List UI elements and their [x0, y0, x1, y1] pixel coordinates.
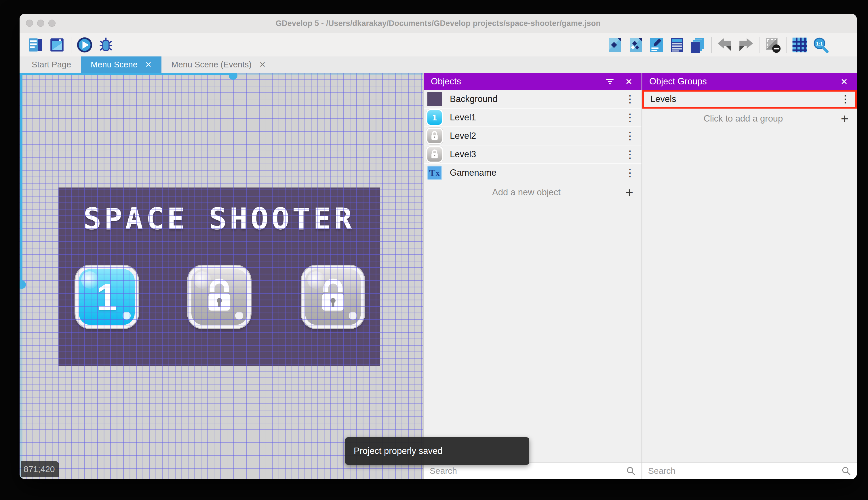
layers-icon[interactable]: [689, 36, 706, 54]
background-swatch-icon: [427, 92, 442, 106]
add-group-label: Click to add a group: [648, 113, 838, 124]
toolbar-separator: [711, 37, 712, 53]
objects-search-input[interactable]: [430, 466, 626, 476]
horizontal-scrollbar[interactable]: [20, 73, 233, 75]
gdevelop-window: GDevelop 5 - /Users/dkarakay/Documents/G…: [20, 14, 857, 479]
group-name: Levels: [650, 94, 840, 104]
tab-menu-scene-events[interactable]: Menu Scene (Events) ✕: [162, 56, 275, 73]
vertical-scrollbar-thumb[interactable]: [20, 280, 26, 289]
object-menu-icon[interactable]: ⋮: [624, 93, 636, 105]
grid-icon[interactable]: [791, 36, 808, 54]
toolbar-right-group: 1:1: [606, 36, 829, 54]
close-panel-icon[interactable]: ✕: [838, 76, 850, 87]
object-groups-panel-header: Object Groups ✕: [642, 73, 857, 90]
project-manager-icon[interactable]: [27, 36, 44, 54]
object-name: Background: [450, 94, 624, 104]
objects-editor-icon[interactable]: [606, 36, 624, 54]
main-content: SPACE SHOOTER 1: [20, 73, 857, 479]
zoom-window-button[interactable]: [48, 20, 56, 27]
toolbar-separator: [759, 37, 760, 53]
level1-button-sprite[interactable]: 1: [75, 265, 138, 328]
level-number: 1: [79, 269, 135, 325]
debug-icon[interactable]: [97, 36, 115, 54]
scene-editor-icon[interactable]: [48, 36, 66, 54]
close-tab-icon[interactable]: ✕: [145, 60, 152, 69]
tab-label: Start Page: [32, 60, 71, 69]
group-row-levels[interactable]: Levels ⋮: [642, 90, 857, 109]
level1-thumbnail-icon: 1: [427, 110, 442, 125]
tab-start-page[interactable]: Start Page: [22, 56, 81, 73]
object-name: Gamename: [450, 168, 624, 178]
object-menu-icon[interactable]: ⋮: [624, 148, 636, 160]
tab-label: Menu Scene (Events): [171, 60, 251, 69]
vertical-scrollbar[interactable]: [20, 73, 22, 284]
add-group-button[interactable]: Click to add a group +: [642, 109, 857, 129]
scene-preview[interactable]: SPACE SHOOTER 1: [58, 188, 380, 366]
object-row-gamename[interactable]: Tx Gamename ⋮: [424, 164, 642, 182]
level3-button-sprite[interactable]: [302, 265, 364, 328]
toolbar-separator: [71, 37, 71, 53]
scene-canvas[interactable]: SPACE SHOOTER 1: [20, 73, 423, 479]
object-name: Level3: [450, 149, 624, 160]
tab-label: Menu Scene: [91, 60, 138, 69]
save-toast: Project properly saved: [345, 437, 529, 465]
traffic-lights: [26, 20, 56, 27]
object-name: Level1: [450, 112, 624, 123]
object-groups-panel-title: Object Groups: [649, 76, 707, 87]
redo-icon[interactable]: [737, 36, 754, 54]
locked-thumbnail-icon: [427, 147, 442, 162]
search-icon[interactable]: [626, 466, 636, 476]
level2-button-sprite[interactable]: [188, 265, 251, 328]
undo-icon[interactable]: [716, 36, 734, 54]
object-groups-panel: Object Groups ✕ Levels ⋮ Click to add a …: [642, 73, 857, 479]
add-object-label: Add a new object: [430, 187, 623, 197]
search-icon[interactable]: [841, 466, 851, 476]
mask-icon[interactable]: [764, 36, 782, 54]
object-menu-icon[interactable]: ⋮: [624, 112, 636, 124]
instances-list-icon[interactable]: [669, 36, 686, 54]
cursor-coordinates-badge: 871;420: [21, 461, 59, 477]
plus-icon[interactable]: +: [623, 185, 636, 200]
lock-icon: [191, 269, 247, 325]
window-title: GDevelop 5 - /Users/dkarakay/Documents/G…: [276, 19, 601, 28]
vertical-scrollbar-track[interactable]: [20, 289, 22, 479]
properties-icon[interactable]: [648, 36, 665, 54]
object-row-level1[interactable]: 1 Level1 ⋮: [424, 109, 642, 127]
groups-search-input[interactable]: [648, 466, 841, 476]
groups-panel-empty-area: [642, 129, 857, 462]
add-new-object-button[interactable]: Add a new object +: [424, 182, 642, 203]
screenshot-stage: GDevelop 5 - /Users/dkarakay/Documents/G…: [0, 0, 868, 500]
minimize-window-button[interactable]: [37, 20, 44, 27]
object-menu-icon[interactable]: ⋮: [624, 167, 636, 179]
close-panel-icon[interactable]: ✕: [623, 76, 635, 87]
object-row-background[interactable]: Background ⋮: [424, 90, 642, 109]
horizontal-scrollbar-track[interactable]: [237, 73, 423, 75]
groups-search-bar: [642, 462, 857, 479]
object-groups-icon[interactable]: [627, 36, 644, 54]
tab-menu-scene[interactable]: Menu Scene ✕: [81, 56, 162, 73]
objects-panel: Objects ✕ Background ⋮ 1 Level1 ⋮: [424, 73, 642, 479]
close-tab-icon[interactable]: ✕: [259, 60, 266, 69]
objects-panel-header: Objects ✕: [424, 73, 642, 90]
text-object-icon: Tx: [427, 166, 442, 180]
filter-icon[interactable]: [604, 76, 615, 87]
object-row-level2[interactable]: Level2 ⋮: [424, 127, 642, 146]
tab-bar: Start Page Menu Scene ✕ Menu Scene (Even…: [20, 56, 857, 73]
svg-text:1:1: 1:1: [816, 41, 823, 46]
objects-panel-empty-area: [424, 203, 642, 462]
horizontal-scrollbar-thumb[interactable]: [229, 73, 237, 80]
plus-icon[interactable]: +: [838, 111, 851, 126]
group-menu-icon[interactable]: ⋮: [840, 93, 851, 105]
objects-panel-title: Objects: [431, 76, 461, 87]
lock-icon: [305, 269, 361, 325]
object-row-level3[interactable]: Level3 ⋮: [424, 146, 642, 164]
title-bar: GDevelop 5 - /Users/dkarakay/Documents/G…: [20, 14, 857, 33]
toolbar-separator: [786, 37, 787, 53]
locked-thumbnail-icon: [427, 129, 442, 143]
object-name: Level2: [450, 131, 624, 141]
object-menu-icon[interactable]: ⋮: [624, 130, 636, 142]
zoom-1to1-icon[interactable]: 1:1: [812, 36, 829, 54]
close-window-button[interactable]: [26, 20, 33, 27]
play-icon[interactable]: [76, 36, 93, 54]
scene-title-text: SPACE SHOOTER: [58, 201, 380, 237]
